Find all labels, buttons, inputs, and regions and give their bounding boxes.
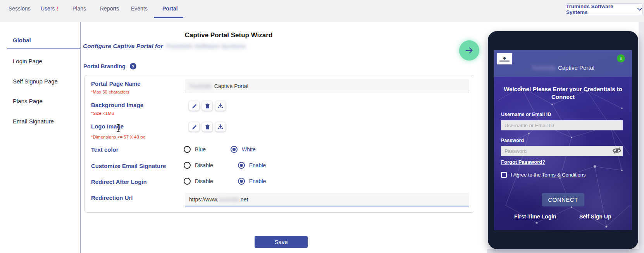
radio-signature-disable-label: Disable [195, 162, 213, 168]
radio-redirect-disable-label: Disable [195, 178, 213, 184]
nav-tab-plans[interactable]: Plans [72, 5, 86, 12]
trash-icon [205, 103, 210, 109]
page-bottom-margin [487, 249, 644, 253]
page-right-margin [639, 22, 644, 253]
preview-logo: ◆ [497, 53, 512, 64]
redirect-after-login-label: Redirect After Login [91, 178, 147, 185]
sidebar-item-global[interactable]: Global [13, 37, 31, 43]
logo-image-note: *Dimensions <= 57 X 40 px [91, 135, 145, 139]
welcome-message: Welcome! Please Enter your Credentials t… [501, 85, 625, 101]
radio-blue-label: Blue [195, 146, 206, 152]
nav-tab-portal[interactable]: Portal [162, 5, 178, 12]
nav-tab-events[interactable]: Events [131, 5, 148, 12]
download-background-button[interactable] [215, 101, 226, 111]
radio-signature-enable-label: Enable [249, 162, 266, 168]
portal-branding-heading: Portal Branding ? [83, 63, 136, 69]
radio-blue[interactable] [184, 146, 191, 153]
username-label: Username or Email ID [501, 112, 551, 117]
connect-button[interactable]: CONNECT [542, 193, 584, 206]
email-signature-radio-group: Disable Enable [184, 162, 266, 169]
portal-page-name-label: Portal Page Name [91, 80, 141, 87]
sidebar-item-email-signature[interactable]: Email Signature [13, 118, 54, 125]
users-alert-badge: ! [57, 5, 59, 12]
download-logo-button[interactable] [215, 122, 226, 132]
delete-logo-button[interactable] [202, 122, 212, 132]
background-image-label: Background Image [91, 102, 143, 108]
logo-microtext [499, 61, 510, 62]
customize-email-signature-label: Customize Email Signature [91, 163, 166, 169]
radio-signature-disable[interactable] [184, 162, 191, 169]
terms-conditions-link[interactable]: Terms & Conditions [542, 172, 586, 178]
arrow-right-icon [465, 46, 474, 55]
forgot-password-link[interactable]: Forgot Password? [501, 159, 545, 165]
radio-white[interactable] [231, 146, 238, 153]
first-time-login-link[interactable]: First Time Login [514, 213, 556, 220]
logo-glyph-icon: ◆ [503, 56, 506, 60]
radio-redirect-enable-label: Enable [249, 178, 266, 184]
portal-page-name-input[interactable]: Truminds Captive Portal [185, 79, 469, 93]
text-cursor [115, 124, 121, 132]
organization-selector-label: Truminds Software Systems [566, 3, 634, 15]
help-icon[interactable]: ? [130, 63, 136, 69]
redirection-url-input[interactable]: https://www.truminds.net [185, 193, 469, 206]
eye-slash-icon[interactable] [612, 147, 622, 154]
chevron-down-icon [637, 8, 642, 11]
nav-tab-reports[interactable]: Reports [100, 5, 119, 12]
edit-background-button[interactable] [189, 101, 199, 111]
logo-image-actions [189, 122, 226, 132]
redirect-radio-group: Disable Enable [184, 178, 266, 185]
background-image-actions [189, 101, 226, 111]
radio-redirect-disable[interactable] [184, 178, 191, 185]
top-navigation-bar: Sessions Users! Plans Reports Events Por… [0, 0, 644, 22]
sidebar-item-self-signup-page[interactable]: Self Signup Page [13, 78, 58, 85]
portal-branding-card [84, 75, 474, 213]
preview-header-bar: ◆ i TrumindsCaptive Portal [494, 50, 632, 77]
download-icon [218, 103, 223, 109]
save-button[interactable]: Save [255, 236, 308, 248]
next-step-button[interactable] [459, 40, 479, 61]
radio-white-label: White [242, 146, 256, 152]
download-icon [218, 124, 223, 130]
background-image-note: *Size <1MB [91, 111, 114, 116]
configure-subtitle: Configure Captive Portal forTruminds Sof… [83, 43, 246, 50]
radio-signature-enable[interactable] [238, 162, 245, 169]
username-input[interactable] [501, 120, 623, 130]
pencil-icon [192, 124, 197, 130]
self-sign-up-link[interactable]: Self Sign Up [579, 213, 611, 220]
page-title: Captive Portal Setup Wizard [116, 31, 341, 39]
radio-redirect-enable[interactable] [238, 178, 245, 185]
password-label: Password [501, 138, 524, 143]
portal-page-name-note: *Max 50 characters [91, 90, 129, 94]
nav-tab-sessions[interactable]: Sessions [9, 5, 31, 12]
redacted-portal-title-prefix: Truminds [532, 64, 556, 71]
delete-background-button[interactable] [202, 101, 212, 111]
trash-icon [205, 124, 210, 130]
sidebar-divider [80, 22, 81, 253]
text-color-label: Text color [91, 146, 119, 153]
redirection-url-label: Redirection Url [91, 194, 133, 201]
redacted-org-name: Truminds Software Systems [165, 43, 246, 49]
redacted-url-domain: truminds [218, 196, 239, 203]
pencil-icon [192, 103, 197, 109]
preview-portal-title: TrumindsCaptive Portal [494, 64, 632, 71]
sidebar-item-login-page[interactable]: Login Page [13, 58, 42, 64]
info-icon[interactable]: i [617, 54, 625, 62]
terms-checkbox[interactable] [501, 172, 507, 178]
organization-selector[interactable]: Truminds Software Systems [566, 3, 642, 15]
edit-logo-button[interactable] [189, 122, 199, 132]
captive-portal-setup-page: Sessions Users! Plans Reports Events Por… [0, 0, 644, 253]
portal-preview-screen: ◆ i TrumindsCaptive Portal Welcome! Plea… [494, 50, 632, 230]
nav-tab-users[interactable]: Users! [41, 5, 58, 12]
redacted-portal-name-prefix: Truminds [189, 83, 212, 89]
sidebar-item-plans-page[interactable]: Plans Page [13, 98, 43, 104]
sidebar-active-underline [7, 48, 80, 49]
text-color-radio-group: Blue White [184, 146, 256, 153]
password-input[interactable] [501, 146, 623, 156]
terms-agreement-row: I Agree to the Terms & Conditions [501, 172, 585, 178]
active-tab-underline [154, 17, 183, 18]
